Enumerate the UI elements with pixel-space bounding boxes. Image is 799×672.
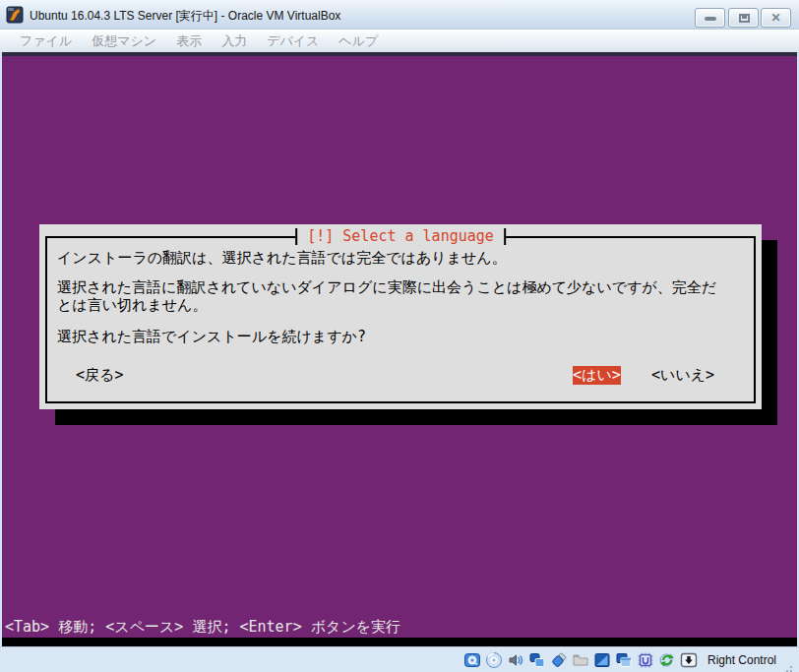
no-button[interactable]: <いいえ> (651, 366, 714, 385)
menu-item-view[interactable]: 表示 (166, 31, 212, 52)
hard-disk-icon[interactable] (463, 651, 482, 670)
optical-disc-icon[interactable] (485, 651, 504, 670)
vm-screen[interactable]: [!] Select a language インストーラの翻訳は、選択された言語… (2, 56, 797, 646)
menu-item-help[interactable]: ヘルプ (329, 31, 388, 52)
dialog-paragraph-1: インストーラの翻訳は、選択された言語では完全ではありません。 (57, 249, 507, 268)
dialog-title: [!] Select a language (295, 228, 506, 245)
dialog-paragraph-2-line-1: 選択された言語に翻訳されていないダイアログに実際に出会うことは極めて少ないですが… (57, 278, 716, 297)
menu-item-input[interactable]: 入力 (212, 31, 257, 52)
close-button[interactable]: ✕ (761, 8, 791, 28)
menubar: ファイル 仮想マシン 表示 入力 デバイス ヘルプ (0, 30, 799, 52)
usb-icon[interactable] (550, 651, 569, 670)
menu-item-file[interactable]: ファイル (10, 31, 82, 52)
cpu-icon[interactable] (637, 651, 655, 670)
maximize-button[interactable] (728, 8, 759, 28)
minimize-button[interactable] (695, 8, 725, 28)
vm-bottom-letterbox (2, 638, 797, 646)
menu-item-devices[interactable]: デバイス (257, 31, 329, 52)
dialog-question: 選択された言語でインストールを続けますか? (57, 328, 366, 346)
host-key-label: Right Control (707, 653, 776, 667)
yes-button[interactable]: <はい> (573, 366, 621, 385)
select-language-dialog: [!] Select a language インストーラの翻訳は、選択された言語… (39, 224, 762, 409)
dialog-paragraph-2-line-2: とは言い切れません。 (57, 296, 207, 315)
virtualbox-window: { "titlebar": { "title": "Ubuntu 16.04.3… (0, 0, 799, 672)
menu-item-machine[interactable]: 仮想マシン (82, 31, 166, 52)
mouse-integration-icon[interactable] (658, 651, 677, 670)
virtualbox-logo-icon (6, 6, 24, 24)
shared-folder-icon[interactable] (572, 651, 590, 670)
network-icon[interactable] (528, 651, 547, 670)
maximize-icon (739, 14, 750, 23)
close-icon: ✕ (762, 11, 790, 25)
statusbar: Right Control (0, 646, 799, 672)
host-key-icon[interactable] (680, 651, 699, 670)
audio-icon[interactable] (507, 651, 525, 670)
minimize-icon (705, 17, 716, 21)
resize-grip-icon[interactable] (783, 655, 793, 672)
keyboard-help-line: <Tab> 移動; <スペース> 選択; <Enter> ボタンを実行 (5, 618, 400, 637)
statusbar-indicators: Right Control (463, 647, 793, 672)
window-title: Ubuntu 16.04.3 LTS Server [実行中] - Oracle… (30, 8, 340, 25)
back-button[interactable]: <戻る> (76, 366, 123, 385)
display-icon[interactable] (593, 651, 612, 670)
titlebar: Ubuntu 16.04.3 LTS Server [実行中] - Oracle… (0, 0, 799, 30)
video-capture-icon[interactable] (615, 651, 634, 670)
